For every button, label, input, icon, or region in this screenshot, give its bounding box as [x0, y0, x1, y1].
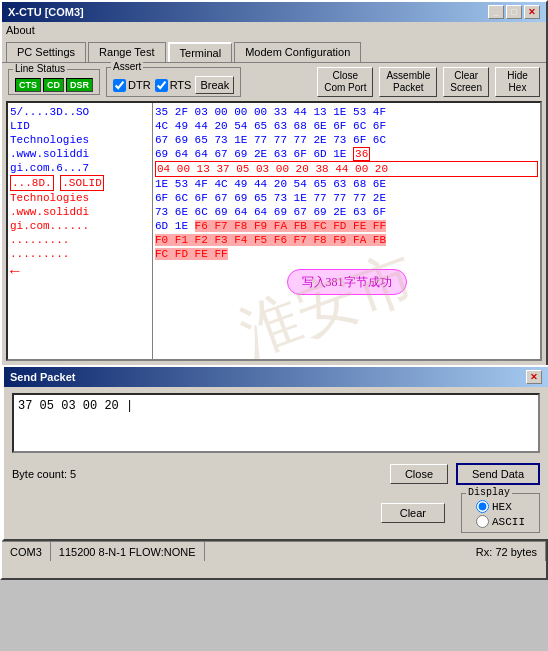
tab-terminal[interactable]: Terminal: [168, 42, 233, 62]
left-line-10: .........: [10, 233, 150, 247]
packet-input[interactable]: 37 05 03 00 20 |: [12, 393, 540, 453]
tabs-row: PC Settings Range Test Terminal Modem Co…: [2, 38, 546, 62]
hex-line-1: 4C 49 44 20 54 65 63 68 6E 6F 6C 6F: [155, 119, 538, 133]
ascii-radio[interactable]: [476, 515, 489, 528]
dialog-content: 37 05 03 00 20 |: [4, 387, 548, 459]
left-line-5: ...8D.: [10, 175, 54, 191]
success-annotation: 写入381字节成功: [287, 269, 407, 295]
byte-count-value: 5: [70, 468, 76, 480]
window-title: X-CTU [COM3]: [8, 6, 84, 18]
left-line-3: .www.soliddi: [10, 147, 150, 161]
hex-radio-label[interactable]: HEX: [476, 500, 525, 513]
dialog-title-label: Send Packet: [10, 371, 75, 383]
byte-count-container: Byte count: 5: [12, 468, 76, 480]
minimize-button[interactable]: _: [488, 5, 504, 19]
assert-label: Assert: [111, 61, 143, 72]
ascii-radio-label[interactable]: ASCII: [476, 515, 525, 528]
display-radio-group: HEX ASCII: [476, 500, 525, 528]
dialog-close-btn[interactable]: Close: [390, 464, 448, 484]
cd-indicator: CD: [43, 78, 64, 92]
left-line-8: .www.soliddi: [10, 205, 150, 219]
cts-indicator: CTS: [15, 78, 41, 92]
dsr-indicator: DSR: [66, 78, 93, 92]
menu-about[interactable]: About: [6, 24, 35, 36]
line-status-group: Line Status CTS CD DSR: [8, 69, 100, 95]
status-indicators: CTS CD DSR: [15, 78, 93, 92]
arrow-indicator: ←: [10, 265, 150, 279]
close-window-button[interactable]: ✕: [524, 5, 540, 19]
main-window: X-CTU [COM3] _ □ ✕ About PC Settings Ran…: [0, 0, 548, 580]
left-line-9: gi.com......: [10, 219, 150, 233]
left-line-4: gi.com.6...7: [10, 161, 150, 175]
rts-checkbox-label[interactable]: RTS: [155, 79, 192, 92]
status-bar: COM3 115200 8-N-1 FLOW:NONE Rx: 72 bytes: [2, 541, 546, 561]
left-panel: 5/....3D..SO LID Technologies .www.solid…: [8, 103, 153, 359]
terminal-area: 5/....3D..SO LID Technologies .www.solid…: [6, 101, 542, 361]
hex-line-2: 67 69 65 73 1E 77 77 77 2E 73 6F 6C: [155, 133, 538, 147]
tab-pc-settings[interactable]: PC Settings: [6, 42, 86, 62]
left-line-7: Technologies: [10, 191, 150, 205]
left-line-11: .........: [10, 247, 150, 261]
hide-hex-button[interactable]: HideHex: [495, 67, 540, 97]
send-data-button[interactable]: Send Data: [456, 463, 540, 485]
left-line-0: 5/....3D..SO: [10, 105, 150, 119]
rts-checkbox[interactable]: [155, 79, 168, 92]
tab-modem-config[interactable]: Modem Configuration: [234, 42, 361, 62]
line-status-label: Line Status: [13, 63, 67, 74]
hex-line-7: 73 6E 6C 69 64 64 69 67 69 2E 63 6F: [155, 205, 538, 219]
hex-line-5: 1E 53 4F 4C 49 44 20 54 65 63 68 6E: [155, 177, 538, 191]
send-packet-dialog: Send Packet ✕ 37 05 03 00 20 | Byte coun…: [2, 365, 548, 541]
dialog-close-button[interactable]: ✕: [526, 370, 542, 384]
title-bar-buttons: _ □ ✕: [488, 5, 540, 19]
hex-line-6: 6F 6C 6F 67 69 65 73 1E 77 77 77 2E: [155, 191, 538, 205]
status-port: COM3: [2, 542, 51, 561]
dialog-left-actions: Byte count: 5: [12, 468, 76, 480]
display-group: Display HEX ASCII: [461, 493, 540, 533]
clear-screen-button[interactable]: ClearScreen: [443, 67, 489, 97]
dtr-checkbox[interactable]: [113, 79, 126, 92]
title-bar: X-CTU [COM3] _ □ ✕: [2, 2, 546, 22]
hex-line-4: 04 00 13 37 05 03 00 20 38 44 00 20: [155, 161, 538, 177]
assemble-packet-button[interactable]: AssemblePacket: [379, 67, 437, 97]
assert-controls: DTR RTS Break: [113, 76, 234, 94]
assert-group: Assert DTR RTS Break: [106, 67, 241, 97]
dialog-display-row: Clear Display HEX ASCII: [4, 489, 548, 539]
display-group-label: Display: [466, 487, 512, 498]
break-button[interactable]: Break: [195, 76, 234, 94]
annotation-area: 写入381字节成功: [155, 269, 538, 295]
clear-button[interactable]: Clear: [381, 503, 445, 523]
close-com-port-button[interactable]: CloseCom Port: [317, 67, 373, 97]
right-panel: 35 2F 03 00 00 00 33 44 13 1E 53 4F 4C 4…: [153, 103, 540, 359]
hex-line-8: 6D 1E F6 F7 F8 F9 FA FB FC FD FE FF: [155, 219, 538, 233]
maximize-button[interactable]: □: [506, 5, 522, 19]
toolbar-row: Line Status CTS CD DSR Assert DTR RTS Br…: [2, 62, 546, 101]
status-config: 115200 8-N-1 FLOW:NONE: [51, 542, 205, 561]
tab-range-test[interactable]: Range Test: [88, 42, 165, 62]
hex-line-3: 69 64 64 67 69 2E 63 6F 6D 1E 36: [155, 147, 538, 161]
left-line-6: .SOLID: [60, 175, 104, 191]
hex-line-0: 35 2F 03 00 00 00 33 44 13 1E 53 4F: [155, 105, 538, 119]
dialog-title-bar: Send Packet ✕: [4, 367, 548, 387]
hex-radio[interactable]: [476, 500, 489, 513]
left-line-1: LID: [10, 119, 150, 133]
dialog-right-actions: Close Send Data: [390, 463, 540, 485]
byte-count-label: Byte count:: [12, 468, 67, 480]
dialog-bottom: Byte count: 5 Close Send Data: [4, 459, 548, 489]
dtr-checkbox-label[interactable]: DTR: [113, 79, 151, 92]
menu-bar: About: [2, 22, 546, 38]
hex-line-10: FC FD FE FF: [155, 247, 538, 261]
left-line-2: Technologies: [10, 133, 150, 147]
hex-line-9: F0 F1 F2 F3 F4 F5 F6 F7 F8 F9 FA FB: [155, 233, 538, 247]
status-rx: Rx: 72 bytes: [468, 542, 546, 561]
